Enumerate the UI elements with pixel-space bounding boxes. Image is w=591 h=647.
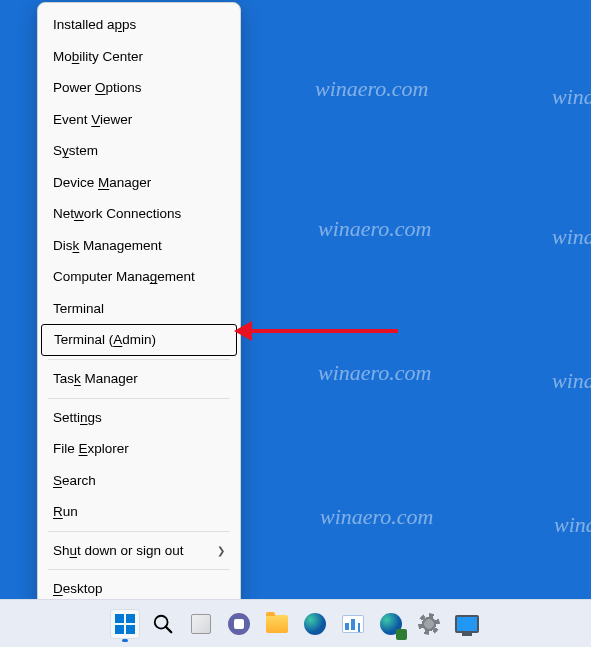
menu-item-event-viewer[interactable]: Event Viewer [38, 104, 240, 136]
menu-separator [48, 359, 230, 360]
menu-item-settings[interactable]: Settings [38, 402, 240, 434]
performance-app[interactable] [339, 610, 367, 638]
start-button[interactable] [111, 610, 139, 638]
menu-item-label: Run [53, 503, 78, 521]
menu-item-label: Power Options [53, 79, 142, 97]
watermark: winaero.com [318, 216, 431, 242]
watermark: winaero.com [320, 504, 433, 530]
menu-item-label: Computer Management [53, 268, 195, 286]
menu-item-label: Terminal (Admin) [54, 331, 156, 349]
watermark: winaero.com [318, 360, 431, 386]
menu-item-run[interactable]: Run [38, 496, 240, 528]
chevron-right-icon: ❯ [217, 544, 225, 557]
menu-item-file-explorer[interactable]: File Explorer [38, 433, 240, 465]
taskbar [0, 599, 591, 647]
task-view-button[interactable] [187, 610, 215, 638]
edge-dev-app[interactable] [377, 610, 405, 638]
winx-context-menu: Installed appsMobility CenterPower Optio… [37, 2, 241, 612]
menu-item-device-manager[interactable]: Device Manager [38, 167, 240, 199]
menu-item-label: Network Connections [53, 205, 181, 223]
menu-item-label: Settings [53, 409, 102, 427]
watermark: winaero.com [315, 76, 428, 102]
menu-item-terminal[interactable]: Terminal [38, 293, 240, 325]
watermark: winaero.com [552, 368, 591, 394]
menu-item-search[interactable]: Search [38, 465, 240, 497]
remote-desktop-app[interactable] [453, 610, 481, 638]
annotation-arrow [248, 329, 398, 333]
search-button[interactable] [149, 610, 177, 638]
menu-item-label: Shut down or sign out [53, 542, 184, 560]
settings-app[interactable] [415, 610, 443, 638]
watermark: winaero.com [552, 84, 591, 110]
menu-item-system[interactable]: System [38, 135, 240, 167]
menu-item-label: Disk Management [53, 237, 162, 255]
menu-item-label: File Explorer [53, 440, 129, 458]
svg-line-5 [165, 626, 171, 632]
file-explorer-app[interactable] [263, 610, 291, 638]
menu-item-installed-apps[interactable]: Installed apps [38, 9, 240, 41]
menu-item-terminal-admin[interactable]: Terminal (Admin) [41, 324, 237, 356]
menu-item-disk-management[interactable]: Disk Management [38, 230, 240, 262]
edge-app[interactable] [301, 610, 329, 638]
menu-item-label: Task Manager [53, 370, 138, 388]
menu-item-task-manager[interactable]: Task Manager [38, 363, 240, 395]
svg-rect-2 [115, 625, 124, 634]
svg-rect-0 [115, 614, 124, 623]
menu-separator [48, 569, 230, 570]
menu-item-label: Device Manager [53, 174, 151, 192]
watermark: winaero.com [552, 224, 591, 250]
menu-item-mobility-center[interactable]: Mobility Center [38, 41, 240, 73]
teams-app[interactable] [225, 610, 253, 638]
menu-item-label: Desktop [53, 580, 103, 598]
menu-item-label: Search [53, 472, 96, 490]
menu-item-shutdown[interactable]: Shut down or sign out❯ [38, 535, 240, 567]
menu-item-network-connections[interactable]: Network Connections [38, 198, 240, 230]
menu-item-power-options[interactable]: Power Options [38, 72, 240, 104]
menu-item-label: Mobility Center [53, 48, 143, 66]
watermark: winaero.com [554, 512, 591, 538]
menu-separator [48, 531, 230, 532]
menu-separator [48, 398, 230, 399]
menu-item-label: Terminal [53, 300, 104, 318]
menu-item-label: Event Viewer [53, 111, 132, 129]
menu-item-label: System [53, 142, 98, 160]
menu-item-label: Installed apps [53, 16, 136, 34]
menu-item-computer-management[interactable]: Computer Management [38, 261, 240, 293]
svg-rect-1 [126, 614, 135, 623]
svg-rect-3 [126, 625, 135, 634]
